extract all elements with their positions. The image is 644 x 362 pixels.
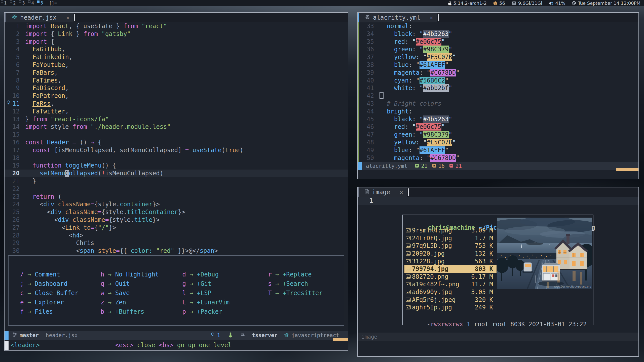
line-number: 25 xyxy=(12,208,25,216)
file-row-31228.jpg[interactable]: 31228.jpg563 K xyxy=(404,257,497,265)
file-row-a19c482f~.png[interactable]: a19c482f~.png11.7 M xyxy=(404,280,497,288)
workspace-5[interactable]: 5 xyxy=(36,0,46,6)
tab-header-jsx[interactable]: header.jsx ✕ xyxy=(6,13,73,22)
header-jsx-line-27[interactable]: 27 <Link to={"/"}> xyxy=(5,224,348,232)
whichkey-binding-T[interactable]: T → +Treesitter xyxy=(268,289,344,298)
whichkey-binding-p[interactable]: p → +Packer xyxy=(182,307,268,316)
header-jsx-line-20[interactable]: 20 setMenuCollapsed(!isMenuCollapsed) xyxy=(5,170,348,177)
header-jsx-line-2[interactable]: 2import { Link } from "gatsby" xyxy=(5,30,348,38)
tab-image[interactable]: image ✕ xyxy=(359,187,407,197)
whichkey-binding-L[interactable]: L → +LunarVim xyxy=(182,298,268,307)
header-jsx-line-1[interactable]: 1import React, { useState } from "react" xyxy=(5,22,348,30)
header-jsx-line-3[interactable]: 3import { xyxy=(5,38,348,46)
workspace-switcher[interactable]: 12345 xyxy=(0,0,46,6)
whichkey-binding-g[interactable]: g → +Git xyxy=(182,279,268,289)
header-jsx-line-29[interactable]: 29 Chris xyxy=(5,239,348,247)
header-jsx-line-9[interactable]: 9 FaDiscord, xyxy=(5,84,348,92)
whichkey-binding-l[interactable]: l → +LSP xyxy=(182,289,268,298)
alacritty-yml-line-41[interactable]: 41 white: "#abb2bf" xyxy=(358,84,638,92)
workspace-1[interactable]: 1 xyxy=(0,0,9,6)
header-jsx-line-8[interactable]: 8 FaTimes, xyxy=(5,77,348,85)
alacritty-yml-line-34[interactable]: 34 black: "#4b5263" xyxy=(358,30,638,38)
whichkey-binding-r[interactable]: r → +Replace xyxy=(268,270,344,279)
color-swatch: #E5C07B xyxy=(427,139,452,146)
header-jsx-line-18[interactable]: 18 xyxy=(5,154,348,162)
whichkey-binding-e[interactable]: e → Explorer xyxy=(20,298,101,307)
file-row-ad6v90y.jpg[interactable]: ad6v90y.jpg3.05 M xyxy=(404,288,497,296)
file-row-24LrDFQ.jpg[interactable]: 24LrDFQ.jpg1.7 M xyxy=(404,234,497,242)
header-jsx-line-14[interactable]: 14import style from "./header.module.les… xyxy=(5,123,348,131)
alacritty-yml-line-48[interactable]: 48 yellow: "#E5C07B" xyxy=(358,139,638,146)
header-jsx-line-4[interactable]: 4 FaGithub, xyxy=(5,46,348,53)
alacritty-yml-line-46[interactable]: 46 red: "#e06c75" xyxy=(358,123,638,131)
file-row-aghr5Ip.jpg[interactable]: aghr5Ip.jpg249 K xyxy=(404,304,497,311)
file-row-AFq5r6j.jpeg[interactable]: AFq5r6j.jpeg320 K xyxy=(404,296,497,304)
alacritty-yml-line-44[interactable]: 44 bright: xyxy=(358,108,638,115)
editor-window-alacritty-yml[interactable]: alacritty.yml ✕ 33 normal:34 black: "#4b… xyxy=(357,12,639,179)
header-jsx-line-19[interactable]: 19 function toggleMenu() { xyxy=(5,162,348,170)
alacritty-yml-line-36[interactable]: 36 green: "#98C379" xyxy=(358,46,638,53)
whichkey-binding-w[interactable]: w → Save xyxy=(101,289,182,298)
header-jsx-line-24[interactable]: 24 <div className={style.container}> xyxy=(5,200,348,208)
file-row-799794.jpg[interactable]: 799794.jpg803 K xyxy=(404,265,497,273)
header-jsx-line-15[interactable]: 15 xyxy=(5,131,348,139)
alacritty-yml-line-39[interactable]: 39 magenta: "#C678DD" xyxy=(358,69,638,77)
alacritty-yml-line-35[interactable]: 35 red: "#e06c75" xyxy=(358,38,638,46)
header-jsx-line-12[interactable]: 12 FaTwitter, xyxy=(5,108,348,115)
buffer-line-1[interactable]: 1 xyxy=(358,197,638,205)
file-row-882720.png[interactable]: 882720.png6.17 M xyxy=(404,273,497,281)
whichkey-binding-s[interactable]: s → +Search xyxy=(268,279,344,289)
code-area[interactable]: 33 normal:34 black: "#4b5263"35 red: "#e… xyxy=(358,22,638,162)
header-jsx-line-6[interactable]: 6 FaYoutube, xyxy=(5,61,348,69)
alacritty-yml-line-47[interactable]: 47 green: "#98C379" xyxy=(358,131,638,139)
whichkey-binding-b[interactable]: b → +Buffers xyxy=(101,307,182,316)
alacritty-yml-line-45[interactable]: 45 black: "#4b5263" xyxy=(358,115,638,123)
whichkey-binding-f[interactable]: f → Files xyxy=(20,307,101,316)
whichkey-binding-/[interactable]: / → Comment xyxy=(20,270,101,279)
header-jsx-line-25[interactable]: 25 <div className={style.titleContainer}… xyxy=(5,208,348,216)
close-icon[interactable]: ✕ xyxy=(400,189,403,195)
header-jsx-line-30[interactable]: 30 <span style={{ color: "red" }}>@</spa… xyxy=(5,247,348,255)
whichkey-binding-d[interactable]: d → +Debug xyxy=(182,270,268,279)
header-jsx-line-13[interactable]: 13} from "react-icons/fa" xyxy=(5,115,348,123)
file-row-97q9L5D.jpg[interactable]: 97q9L5D.jpg753 K xyxy=(404,242,497,250)
workspace-3[interactable]: 3 xyxy=(18,0,27,6)
file-list[interactable]: 9rsmTK4.png3.09 M24LrDFQ.jpg1.7 M97q9L5D… xyxy=(404,227,497,311)
alacritty-yml-line-49[interactable]: 49 blue: "#61AFEF" xyxy=(358,146,638,154)
header-jsx-line-16[interactable]: 16const Header = () ⇒ { xyxy=(5,139,348,146)
whichkey-binding-z[interactable]: z → Zen xyxy=(101,298,182,307)
workspace-2[interactable]: 2 xyxy=(9,0,18,6)
header-jsx-line-10[interactable]: 10 FaPatreon, xyxy=(5,92,348,100)
header-jsx-line-23[interactable]: 23 return ( xyxy=(5,193,348,201)
file-browser-float[interactable]: chris@machine ~/Pictures/wallpapers/7997… xyxy=(402,215,593,325)
code-area[interactable]: 1import React, { useState } from "react"… xyxy=(5,22,348,255)
file-row-9rsmTK4.png[interactable]: 9rsmTK4.png3.09 M xyxy=(404,227,497,234)
editor-window-header-jsx[interactable]: header.jsx ✕ 1import React, { useState }… xyxy=(4,12,348,351)
whichkey-binding-h[interactable]: h → No Highlight xyxy=(101,270,182,279)
line-number: 40 xyxy=(358,77,380,85)
alacritty-yml-line-37[interactable]: 37 yellow: "#E5C07B" xyxy=(358,53,638,61)
alacritty-yml-line-42[interactable]: 42 xyxy=(358,92,638,100)
header-jsx-line-21[interactable]: 21 } xyxy=(5,177,348,185)
header-jsx-line-7[interactable]: 7 FaBars, xyxy=(5,69,348,77)
alacritty-yml-line-33[interactable]: 33 normal: xyxy=(358,22,638,30)
alacritty-yml-line-50[interactable]: 50 magenta: "#C678DD" xyxy=(358,154,638,162)
whichkey-binding-;[interactable]: ; → Dashboard xyxy=(20,279,101,289)
header-jsx-line-28[interactable]: 28 <h4> xyxy=(5,232,348,239)
header-jsx-line-11[interactable]: 11 FaRss, xyxy=(5,100,348,108)
whichkey-binding-c[interactable]: c → Close Buffer xyxy=(20,289,101,298)
workspace-4[interactable]: 4 xyxy=(27,0,36,6)
header-jsx-line-22[interactable]: 22 xyxy=(5,185,348,193)
header-jsx-line-17[interactable]: 17 const [isMenuCollapsed, setMenuCollap… xyxy=(5,146,348,154)
close-icon[interactable]: ✕ xyxy=(430,15,433,21)
alacritty-yml-line-38[interactable]: 38 blue: "#61AFEF" xyxy=(358,61,638,69)
editor-window-image[interactable]: image ✕ 1 chris@machine ~/Pictures/wallp… xyxy=(357,187,639,357)
alacritty-yml-line-40[interactable]: 40 cyan: "#56B6C2" xyxy=(358,77,638,85)
whichkey-binding-q[interactable]: q → Quit xyxy=(101,279,182,289)
alacritty-yml-line-43[interactable]: 43 # Bright colors xyxy=(358,100,638,108)
tab-alacritty-yml[interactable]: alacritty.yml ✕ xyxy=(359,13,437,22)
header-jsx-line-26[interactable]: 26 <div className={style.title}> xyxy=(5,216,348,224)
header-jsx-line-5[interactable]: 5 FaLinkedin, xyxy=(5,53,348,61)
file-row-20920.jpg[interactable]: 20920.jpg132 K xyxy=(404,250,497,258)
close-icon[interactable]: ✕ xyxy=(66,15,69,21)
